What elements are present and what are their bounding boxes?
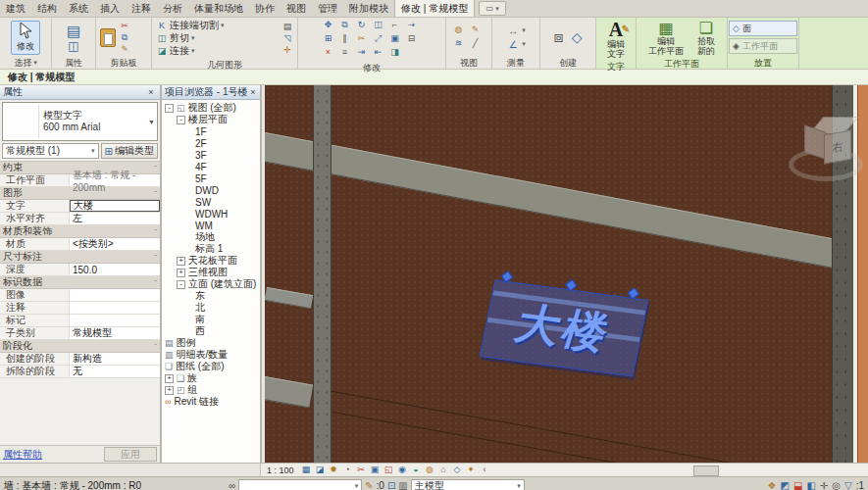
- tree-item-east[interactable]: 东: [162, 290, 260, 302]
- render-icon[interactable]: ✂: [355, 465, 368, 475]
- dimension-button[interactable]: ∠ ▾: [506, 38, 526, 50]
- tree-item-1f[interactable]: 1F: [162, 125, 260, 137]
- collapse-icon[interactable]: ˆ: [154, 342, 157, 351]
- tree-item-north[interactable]: 北: [162, 302, 260, 314]
- show-crop-region-icon[interactable]: ◱: [383, 465, 395, 475]
- select-panel-label[interactable]: 选择▾: [0, 57, 51, 69]
- collapse-icon[interactable]: ˆ: [154, 227, 157, 236]
- tree-item-south[interactable]: 南: [162, 314, 260, 325]
- tree-item-revit-links[interactable]: ∞Revit 链接: [162, 396, 260, 408]
- split-icon[interactable]: ∥: [339, 33, 351, 44]
- tab-view[interactable]: 视图: [281, 0, 312, 17]
- tree-item-floor-plans[interactable]: -楼层平面: [162, 114, 260, 125]
- expander-icon[interactable]: -: [177, 116, 185, 124]
- close-icon[interactable]: ×: [249, 87, 257, 97]
- create-assembly-icon[interactable]: ◇: [572, 29, 583, 45]
- crop-view-icon[interactable]: ▣: [369, 465, 382, 475]
- property-value[interactable]: 150.0: [70, 264, 160, 275]
- scale-icon[interactable]: ⤢: [373, 33, 384, 44]
- tab-architecture[interactable]: 建筑: [0, 0, 31, 17]
- edit-text-button[interactable]: A✎ 编辑文字: [604, 20, 628, 59]
- tree-item-2f[interactable]: 2F: [162, 137, 260, 149]
- select-links-icon[interactable]: ⬓: [793, 480, 802, 490]
- measure-button[interactable]: ↔ ▾: [506, 24, 526, 36]
- cut-button[interactable]: ◫ 剪切 ▾: [156, 32, 225, 44]
- beam-cope-icon[interactable]: ◹: [281, 33, 293, 44]
- tab-structure[interactable]: 结构: [31, 0, 63, 17]
- tree-item-5f[interactable]: 5F: [162, 172, 260, 184]
- rotate-icon[interactable]: ↻: [356, 20, 368, 30]
- copy-icon[interactable]: ⧉: [339, 20, 351, 30]
- tab-collaborate[interactable]: 协作: [249, 0, 281, 17]
- visual-style-icon[interactable]: ◪: [314, 465, 327, 475]
- view-scale-button[interactable]: 1 : 100: [261, 466, 300, 475]
- place-on-face-button[interactable]: ◇ 面: [729, 21, 797, 36]
- cut-to-clipboard-icon[interactable]: ✂: [119, 21, 130, 31]
- tree-item-3f[interactable]: 3F: [162, 149, 260, 161]
- viewcube[interactable]: 右: [802, 111, 868, 179]
- properties-header[interactable]: 属性 ×: [0, 85, 160, 100]
- property-value[interactable]: [70, 302, 160, 314]
- property-value[interactable]: [70, 289, 160, 301]
- modify-button[interactable]: 修改: [11, 21, 40, 55]
- create-group-icon[interactable]: ⧈: [554, 28, 564, 46]
- collapse-icon[interactable]: ˆ: [154, 189, 157, 198]
- worksharing-display-icon[interactable]: ✦: [465, 465, 478, 475]
- property-value[interactable]: 基本墙 : 常规 - 200mm: [70, 174, 160, 186]
- copy-to-clipboard-icon[interactable]: ⧉: [119, 32, 130, 43]
- property-value[interactable]: 无: [70, 366, 160, 377]
- worksets-icon[interactable]: ∞: [229, 480, 235, 490]
- offset-icon[interactable]: ⇢: [406, 20, 418, 30]
- tab-massing-site[interactable]: 体量和场地: [188, 0, 249, 17]
- join-end-cut-button[interactable]: K 连接端切割 ▾: [156, 20, 225, 31]
- properties-help-link[interactable]: 属性帮助: [3, 448, 42, 462]
- collapse-icon[interactable]: ˆ: [154, 278, 157, 287]
- family-types-icon[interactable]: ◫: [68, 40, 78, 52]
- mirror-icon[interactable]: ◫: [373, 20, 384, 30]
- ribbon-state-button[interactable]: ▭ ▾: [479, 1, 506, 16]
- expander-icon[interactable]: -: [177, 280, 185, 289]
- demolish-icon[interactable]: ✛: [281, 45, 293, 56]
- unpin-icon[interactable]: ⊟: [406, 33, 418, 44]
- tab-insert[interactable]: 插入: [94, 0, 126, 17]
- paste-icon[interactable]: [100, 28, 116, 47]
- select-by-face-icon[interactable]: ◎: [832, 480, 841, 490]
- tab-addins[interactable]: 附加模块: [343, 0, 394, 17]
- hide-elements-icon[interactable]: ◍: [453, 24, 465, 35]
- apply-button[interactable]: 应用: [104, 447, 157, 462]
- reveal-hidden-elements-icon[interactable]: ◍: [424, 465, 436, 475]
- tab-manage[interactable]: 管理: [312, 0, 343, 17]
- wall-joins-icon[interactable]: ▤: [281, 22, 293, 32]
- type-selector[interactable]: 模型文字 600 mm Arial ▾: [2, 102, 158, 141]
- property-value[interactable]: 常规模型: [70, 327, 160, 339]
- split-element-icon[interactable]: ✂: [356, 33, 368, 44]
- tree-item-wdwh[interactable]: WDWH: [162, 208, 260, 220]
- tree-item-sw[interactable]: SW: [162, 196, 260, 208]
- pin-icon[interactable]: ▣: [389, 33, 401, 44]
- element-filter-dropdown[interactable]: 常规模型 (1) ▾: [2, 143, 99, 159]
- extend-icon[interactable]: ⇤: [373, 47, 384, 58]
- properties-icon[interactable]: ▤: [67, 24, 80, 39]
- collapse-icon[interactable]: ˆ: [154, 253, 157, 262]
- place-on-workplane-button[interactable]: ◈ 工作平面: [729, 38, 797, 54]
- temporary-view-properties-icon[interactable]: ⌂: [437, 465, 450, 475]
- exclude-options-icon[interactable]: ❖: [768, 480, 777, 490]
- detail-level-icon[interactable]: ▦: [300, 465, 313, 475]
- displace-elements-icon[interactable]: ╱: [470, 38, 482, 49]
- paint-icon[interactable]: ◨: [389, 47, 401, 58]
- property-value[interactable]: 新构造: [70, 353, 160, 365]
- move-icon[interactable]: ✥: [323, 20, 334, 30]
- expander-icon[interactable]: +: [165, 386, 174, 395]
- filter-icon[interactable]: ▽: [844, 480, 852, 490]
- press-drag-icon[interactable]: ◩: [780, 480, 789, 490]
- design-option-dropdown[interactable]: 主模型 ▾: [411, 479, 525, 490]
- editing-requests-icon[interactable]: ✎: [365, 480, 373, 490]
- horizontal-scrollbar-thumb[interactable]: [693, 466, 719, 476]
- property-value[interactable]: 左: [70, 213, 160, 224]
- trim-extend-icon[interactable]: ⇥: [356, 47, 368, 58]
- temporary-hide-isolate-icon[interactable]: ◒: [410, 465, 423, 475]
- active-workset-dropdown[interactable]: ▾: [238, 479, 362, 490]
- tab-annotate[interactable]: 注释: [126, 0, 157, 17]
- array-icon[interactable]: ⊞: [323, 33, 334, 44]
- tree-item-families[interactable]: +❑族: [162, 372, 260, 384]
